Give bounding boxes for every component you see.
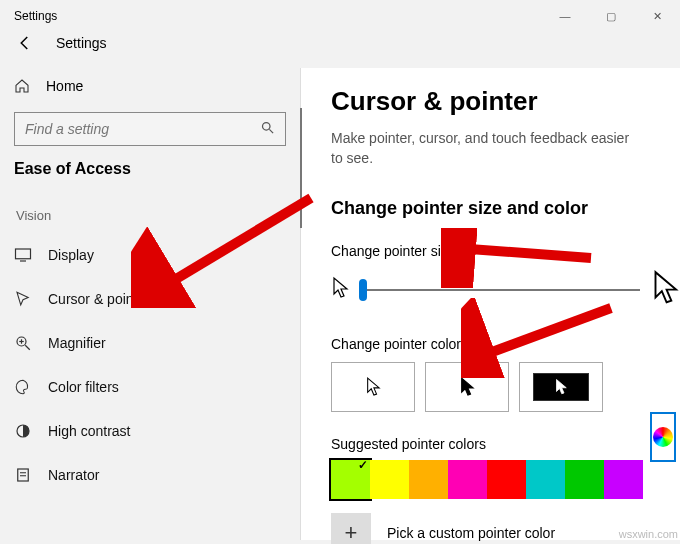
pointer-color-white[interactable] (331, 362, 415, 412)
suggested-color-swatch[interactable] (448, 460, 487, 499)
nav-display[interactable]: Display (14, 233, 286, 277)
nav-magnifier[interactable]: Magnifier (14, 321, 286, 365)
svg-point-0 (263, 123, 271, 131)
nav-color-filters[interactable]: Color filters (14, 365, 286, 409)
nav-label: Magnifier (48, 335, 106, 351)
nav-narrator[interactable]: Narrator (14, 453, 286, 497)
magnifier-icon (14, 334, 48, 352)
window-close[interactable]: ✕ (634, 0, 680, 32)
nav-group-vision: Vision (14, 208, 286, 223)
search-box[interactable] (14, 112, 286, 146)
narrator-icon (14, 466, 48, 484)
pick-custom-color-button[interactable]: + (331, 513, 371, 544)
nav-label: Cursor & pointer (48, 291, 150, 307)
watermark: wsxwin.com (619, 528, 678, 540)
nav-label: Narrator (48, 467, 99, 483)
nav-label: Color filters (48, 379, 119, 395)
svg-line-5 (25, 345, 30, 350)
window-maximize[interactable]: ▢ (588, 0, 634, 32)
pointer-color-inverted[interactable] (519, 362, 603, 412)
label-pointer-color: Change pointer color (331, 336, 680, 352)
suggested-color-swatch[interactable] (331, 460, 370, 499)
pointer-color-custom[interactable] (650, 412, 676, 462)
nav-label: Display (48, 247, 94, 263)
window-title: Settings (14, 9, 57, 23)
suggested-color-swatch[interactable] (565, 460, 604, 499)
nav-high-contrast[interactable]: High contrast (14, 409, 286, 453)
home-icon (14, 78, 46, 94)
svg-rect-9 (18, 469, 29, 481)
color-wheel-icon (653, 427, 673, 447)
svg-line-1 (269, 129, 273, 133)
nav-home-label: Home (46, 78, 83, 94)
pick-custom-color-label: Pick a custom pointer color (387, 525, 555, 541)
nav-label: High contrast (48, 423, 130, 439)
suggested-colors-row (331, 460, 680, 499)
nav-home[interactable]: Home (14, 68, 286, 104)
suggested-color-swatch[interactable] (604, 460, 643, 499)
monitor-icon (14, 247, 48, 263)
suggested-color-swatch[interactable] (370, 460, 409, 499)
back-button[interactable] (14, 32, 36, 54)
svg-rect-2 (16, 249, 31, 259)
label-pointer-size: Change pointer size (331, 243, 680, 259)
palette-icon (14, 378, 48, 396)
app-title: Settings (56, 35, 107, 51)
window-minimize[interactable]: — (542, 0, 588, 32)
pointer-color-black[interactable] (425, 362, 509, 412)
pointer-size-slider[interactable] (359, 289, 640, 291)
contrast-icon (14, 422, 48, 440)
page-description: Make pointer, cursor, and touch feedback… (331, 129, 641, 168)
category-title: Ease of Access (14, 160, 286, 178)
pointer-small-icon (331, 276, 349, 303)
search-icon (260, 120, 275, 138)
section-size-color: Change pointer size and color (331, 198, 680, 219)
cursor-icon (14, 290, 48, 308)
pointer-large-icon (650, 269, 680, 310)
slider-thumb[interactable] (359, 279, 367, 301)
nav-cursor-pointer[interactable]: Cursor & pointer (14, 277, 286, 321)
suggested-color-swatch[interactable] (409, 460, 448, 499)
page-title: Cursor & pointer (331, 86, 680, 117)
suggested-color-swatch[interactable] (526, 460, 565, 499)
scroll-indicator (300, 108, 302, 228)
search-input[interactable] (25, 121, 260, 137)
suggested-color-swatch[interactable] (487, 460, 526, 499)
suggested-colors-label: Suggested pointer colors (331, 436, 680, 452)
